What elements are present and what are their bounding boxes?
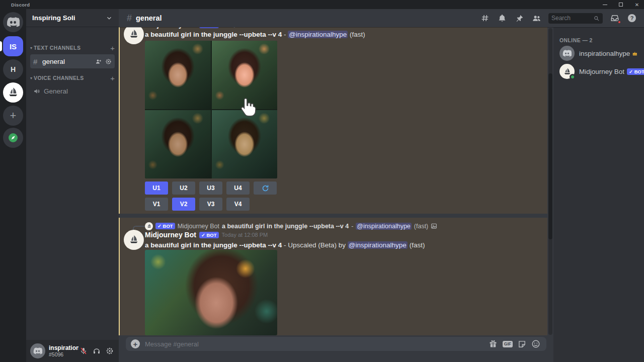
help-button[interactable]: ? <box>627 13 637 23</box>
hash-icon: # <box>33 57 42 66</box>
reply-separator: - <box>351 223 353 230</box>
inbox-button[interactable] <box>610 13 620 23</box>
search-input[interactable]: Search <box>548 13 603 24</box>
minimize-button[interactable] <box>601 1 609 8</box>
notification-settings-button[interactable] <box>497 13 507 23</box>
midjourney-bot-avatar[interactable] <box>124 27 144 44</box>
create-text-channel-button[interactable]: + <box>110 44 115 52</box>
upscale-button-u4[interactable]: U4 <box>226 182 250 195</box>
user-discriminator: #5096 <box>49 351 78 357</box>
reply-author[interactable]: Midjourney Bot <box>178 223 219 230</box>
message-content: a beautiful girl in the junggle --upbeta… <box>145 30 539 39</box>
sailboat-icon <box>128 28 140 40</box>
user-identity[interactable]: inspiration... #5096 <box>49 345 78 357</box>
server-icon-midjourney[interactable] <box>3 82 23 103</box>
grid-image-3[interactable] <box>145 110 211 178</box>
separator: - <box>284 31 286 38</box>
maximize-icon <box>619 3 623 7</box>
variation-button-v1[interactable]: V1 <box>145 198 168 211</box>
variation-button-v3[interactable]: V3 <box>199 198 222 211</box>
voice-channels-category[interactable]: ▾ VOICE CHANNELS + <box>30 73 115 82</box>
bot-badge: ✓ BOT <box>199 232 219 238</box>
message-input[interactable] <box>145 340 489 348</box>
maximize-button[interactable] <box>617 1 625 8</box>
help-icon: ? <box>628 14 636 22</box>
username: inspiration... <box>49 345 78 351</box>
user-mention[interactable]: @inspirationalhype <box>348 241 408 249</box>
home-button[interactable] <box>3 12 23 32</box>
member-row-inspirationalhype[interactable]: inspirationalhype <box>556 44 641 62</box>
inbox-notification-dot <box>617 20 621 24</box>
sticker-picker-button[interactable] <box>518 340 526 348</box>
server-icon-h[interactable]: H <box>3 59 23 79</box>
mute-microphone-button[interactable] <box>78 346 89 356</box>
voice-channel-name: General <box>44 87 68 95</box>
upscale-button-u3[interactable]: U3 <box>199 182 222 195</box>
grid-image-4[interactable] <box>212 110 278 178</box>
compass-icon <box>7 132 19 144</box>
image-attachment-icon <box>431 223 437 229</box>
upload-attachment-button[interactable]: + <box>131 339 140 348</box>
reply-prompt: a beautiful girl in the junggle --upbeta… <box>222 223 349 230</box>
user-avatar[interactable] <box>30 343 45 358</box>
category-caret-icon: ▾ <box>30 46 32 50</box>
user-mention[interactable]: @inspirationalhype <box>288 31 348 38</box>
member-list-toggle-button[interactable] <box>531 13 541 23</box>
reroll-arrows-icon <box>262 185 269 192</box>
text-channels-category[interactable]: ▾ TEXT CHANNELS + <box>30 43 115 52</box>
add-server-button[interactable]: + <box>3 106 23 126</box>
upscaled-image[interactable] <box>145 250 277 335</box>
channel-settings-gear-icon[interactable] <box>105 58 112 65</box>
gif-picker-button[interactable]: GIF <box>503 341 513 347</box>
explore-servers-button[interactable] <box>3 128 23 148</box>
text-channels-label: TEXT CHANNELS <box>34 45 110 51</box>
server-header-dropdown[interactable]: Inspiring Soli <box>26 9 119 27</box>
member-name: inspirationalhype <box>579 50 630 57</box>
threads-button[interactable] <box>480 13 490 23</box>
category-caret-icon: ▾ <box>30 76 32 80</box>
sticker-icon <box>518 340 526 348</box>
upscale-note: - Upscaled (Beta) by <box>284 241 346 249</box>
deafen-button[interactable] <box>92 346 102 356</box>
selected-server-pill <box>0 41 2 51</box>
user-settings-button[interactable] <box>105 346 115 356</box>
upscale-button-u2[interactable]: U2 <box>172 182 195 195</box>
titlebar: Discord ✕ <box>0 0 644 9</box>
reply-reference[interactable]: ✓ BOT Midjourney Bot a beautiful girl in… <box>145 222 517 230</box>
grid-image-1[interactable] <box>145 41 211 109</box>
channel-item-general[interactable]: # general <box>30 54 115 68</box>
close-button[interactable]: ✕ <box>633 1 641 8</box>
author-name[interactable]: Midjourney Bot <box>145 27 196 29</box>
reroll-button[interactable] <box>254 182 277 195</box>
reply-avatar <box>145 222 153 230</box>
pinned-messages-button[interactable] <box>514 13 524 23</box>
member-avatar <box>559 64 575 79</box>
sailboat-icon <box>7 86 20 99</box>
bot-badge: ✓ BOT <box>627 68 644 75</box>
variation-button-v4[interactable]: V4 <box>226 198 250 211</box>
speed-mode: (fast) <box>350 31 365 38</box>
server-icon-inspiring-soli[interactable]: IS <box>3 36 23 56</box>
message-input-bar: + GIF <box>126 337 546 351</box>
create-voice-channel-button[interactable]: + <box>110 74 115 82</box>
invite-people-icon[interactable] <box>95 58 102 65</box>
reply-mention[interactable]: @inspirationalhype <box>356 223 412 230</box>
gift-nitro-button[interactable] <box>489 339 498 348</box>
upscale-button-row: U1 U2 U3 U4 <box>145 182 277 195</box>
hash-icon: # <box>127 13 132 24</box>
author-name[interactable]: Midjourney Bot <box>145 231 196 239</box>
channel-sidebar: Inspiring Soli ▾ TEXT CHANNELS + # gener… <box>26 9 119 362</box>
discord-logo-icon <box>33 346 42 355</box>
voice-channels-label: VOICE CHANNELS <box>34 75 110 81</box>
midjourney-bot-avatar[interactable] <box>124 230 144 250</box>
chat-scrollbar-thumb[interactable] <box>548 73 552 239</box>
upscale-button-u1[interactable]: U1 <box>145 182 168 195</box>
voice-channel-general[interactable]: General <box>30 84 115 98</box>
user-bar: inspiration... #5096 <box>26 340 119 362</box>
headphones-icon <box>93 347 101 355</box>
member-row-midjourney-bot[interactable]: Midjourney Bot ✓ BOT <box>556 62 641 80</box>
variation-button-v2[interactable]: V2 <box>172 198 195 211</box>
emoji-picker-button[interactable] <box>531 339 540 348</box>
emoji-smiley-icon <box>531 339 540 348</box>
online-count-header: ONLINE — 2 <box>559 37 593 43</box>
